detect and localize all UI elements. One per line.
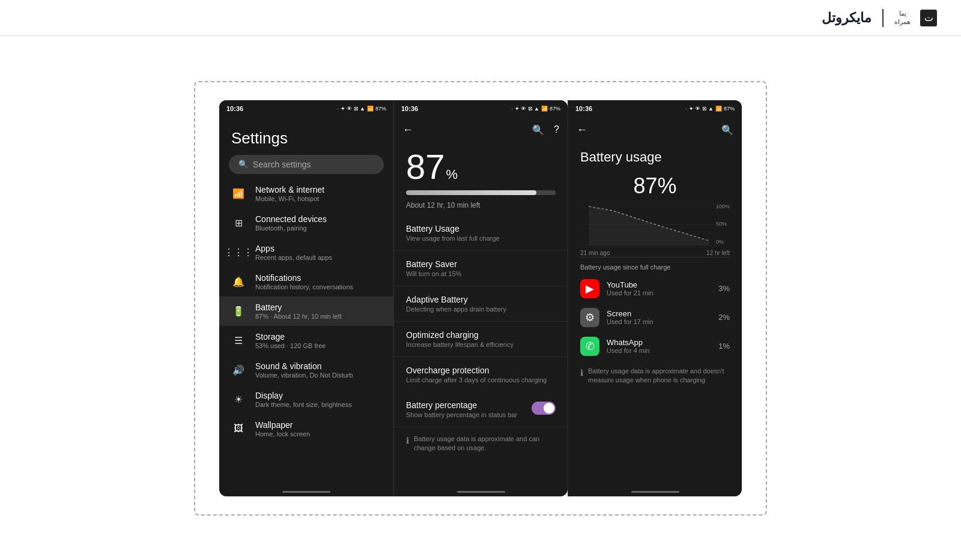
settings-item[interactable]: 🔊 Sound & vibration Volume, vibration, D… [219, 355, 393, 385]
item-icon: ☀ [231, 392, 246, 406]
item-subtitle: Mobile, Wi-Fi, hotspot [255, 195, 381, 202]
usage-percentage: 87% [568, 169, 742, 203]
settings-item[interactable]: ☀ Display Dark theme, font size, brightn… [219, 385, 393, 414]
time-1: 10:36 [226, 105, 243, 112]
bmenu-sub: Increase battery lifespan & efficiency [406, 341, 556, 348]
battery-header: ← 🔍 ? [394, 117, 568, 143]
usage-info-row: ℹ Battery usage data is approximate and … [568, 361, 742, 391]
battery-percentage-display: 87 % [394, 143, 568, 187]
back-button-3[interactable]: ← [577, 124, 587, 136]
app-name: YouTube [607, 280, 711, 289]
bmenu-sub: Will turn on at 15% [406, 270, 556, 277]
info-icon-2: ℹ [406, 436, 409, 445]
status-bar-2: 10:36 · ✦ 👁 ⊠ ▲ 📶 87% [394, 100, 568, 117]
phones-container: 10:36 · ✦ 👁 ⊠ ▲ 📶 87% Settings 🔍 Search … [194, 81, 767, 516]
header-icons-2: 🔍 ? [532, 124, 559, 136]
item-subtitle: Volume, vibration, Do Not Disturb [255, 372, 381, 379]
settings-item[interactable]: ⊞ Connected devices Bluetooth, pairing [219, 208, 393, 238]
settings-item[interactable]: ☰ Storage 53% used · 120 GB free [219, 326, 393, 355]
toggle-switch[interactable] [532, 402, 556, 415]
item-text: Apps Recent apps, default apps [255, 244, 381, 261]
item-text: Battery 87% · About 12 hr, 10 min left [255, 303, 381, 320]
app-pct: 1% [718, 342, 730, 351]
app-name: Screen [607, 309, 711, 318]
app-info: Screen Used for 17 min [607, 309, 711, 325]
battery-menu-item[interactable]: Battery Usage View usage from last full … [394, 215, 568, 251]
settings-item[interactable]: ⋮⋮⋮ Apps Recent apps, default apps [219, 238, 393, 267]
item-title: Battery [255, 303, 381, 312]
item-text: Notifications Notification history, conv… [255, 273, 381, 291]
battery-menu-item[interactable]: Battery Saver Will turn on at 15% [394, 251, 568, 286]
usage-section-title: Battery usage since full charge [568, 257, 742, 274]
item-title: Sound & vibration [255, 361, 381, 371]
item-title: Storage [255, 332, 381, 342]
battery-menu-item[interactable]: Overcharge protection Limit charge after… [394, 357, 568, 392]
bmenu-title: Optimized charging [406, 330, 556, 340]
item-text: Connected devices Bluetooth, pairing [255, 214, 381, 232]
settings-item[interactable]: 🔔 Notifications Notification history, co… [219, 267, 393, 297]
item-subtitle: Home, lock screen [255, 430, 381, 438]
app-time: Used for 4 min [607, 347, 711, 354]
logo-main: مايكروتل [822, 10, 872, 26]
bottom-indicator-1 [282, 491, 330, 493]
battery-menu-item[interactable]: Adaptive Battery Detecting when apps dra… [394, 286, 568, 322]
app-time: Used for 17 min [607, 318, 711, 325]
item-icon: ⋮⋮⋮ [231, 245, 246, 259]
app-usage-item[interactable]: ▶ YouTube Used for 21 min 3% [568, 274, 742, 303]
item-icon: 🔋 [231, 304, 246, 318]
logo-icon: ت [920, 10, 937, 26]
label-0: 0% [716, 239, 730, 245]
battery-percentage-toggle[interactable]: Battery percentage Show battery percenta… [394, 392, 568, 427]
app-usage-item[interactable]: ⚙ Screen Used for 17 min 2% [568, 303, 742, 332]
item-icon: 📶 [231, 186, 246, 200]
bmenu-title: Battery Saver [406, 259, 556, 269]
settings-item[interactable]: 🖼 Wallpaper Home, lock screen [219, 414, 393, 444]
icons-1: · ✦ 👁 ⊠ ▲ 📶 87% [338, 106, 386, 112]
item-subtitle: Recent apps, default apps [255, 254, 381, 261]
item-title: Notifications [255, 273, 381, 283]
chart-time-labels: 21 min ago 12 hr left [580, 248, 730, 256]
svg-marker-3 [589, 206, 709, 245]
app-usage-list: ▶ YouTube Used for 21 min 3% ⚙ Screen Us… [568, 274, 742, 361]
app-usage-item[interactable]: ✆ WhatsApp Used for 4 min 1% [568, 332, 742, 361]
bmenu-sub: View usage from last full charge [406, 235, 556, 242]
toggle-subtitle: Show battery percentage in status bar [406, 411, 517, 418]
item-icon: 🔊 [231, 363, 246, 377]
search-bar[interactable]: 🔍 Search settings [229, 155, 384, 174]
chart-labels-right: 100% 50% 0% [716, 203, 730, 245]
item-icon: 🔔 [231, 274, 246, 289]
settings-item[interactable]: 📶 Network & internet Mobile, Wi-Fi, hots… [219, 179, 393, 208]
battery-number: 87 [406, 149, 445, 184]
item-text: Network & internet Mobile, Wi-Fi, hotspo… [255, 185, 381, 202]
item-subtitle: Notification history, conversations [255, 283, 381, 291]
item-text: Storage 53% used · 120 GB free [255, 332, 381, 349]
battery-info-text: Battery usage data is approximate and ca… [414, 435, 556, 453]
battery-chart: 100% 50% 0% 21 min ago 12 hr left [580, 203, 730, 257]
settings-title: Settings [219, 117, 393, 155]
item-text: Wallpaper Home, lock screen [255, 420, 381, 438]
chart-time-left: 21 min ago [580, 250, 610, 256]
item-subtitle: 53% used · 120 GB free [255, 342, 381, 349]
search-icon-3[interactable]: 🔍 [721, 124, 733, 136]
usage-info-text: Battery usage data is approximate and do… [588, 367, 730, 385]
item-icon: 🖼 [231, 421, 246, 436]
phone-settings: 10:36 · ✦ 👁 ⊠ ▲ 📶 87% Settings 🔍 Search … [219, 100, 393, 496]
app-pct: 3% [718, 284, 730, 293]
bottom-indicator-2 [457, 491, 505, 493]
battery-menu-item[interactable]: Optimized charging Increase battery life… [394, 322, 568, 357]
time-3: 10:36 [575, 105, 592, 112]
phone-battery-usage: 10:36 · ✦ 👁 ⊠ ▲ 📶 87% ← 🔍 Battery usage … [568, 100, 742, 496]
battery-bar-fill [406, 190, 536, 195]
app-icon-youtube: ▶ [580, 279, 599, 298]
item-text: Sound & vibration Volume, vibration, Do … [255, 361, 381, 379]
back-button-2[interactable]: ← [402, 124, 413, 136]
search-placeholder: Search settings [253, 160, 311, 169]
help-icon[interactable]: ? [554, 124, 559, 136]
item-subtitle: Bluetooth, pairing [255, 224, 381, 232]
settings-item[interactable]: 🔋 Battery 87% · About 12 hr, 10 min left [219, 297, 393, 326]
search-icon-2[interactable]: 🔍 [532, 124, 544, 136]
item-text: Display Dark theme, font size, brightnes… [255, 391, 381, 408]
battery-time-text: About 12 hr, 10 min left [394, 199, 568, 215]
phone-battery: 10:36 · ✦ 👁 ⊠ ▲ 📶 87% ← 🔍 ? 87 % [393, 100, 568, 496]
search-icon: 🔍 [238, 160, 248, 169]
